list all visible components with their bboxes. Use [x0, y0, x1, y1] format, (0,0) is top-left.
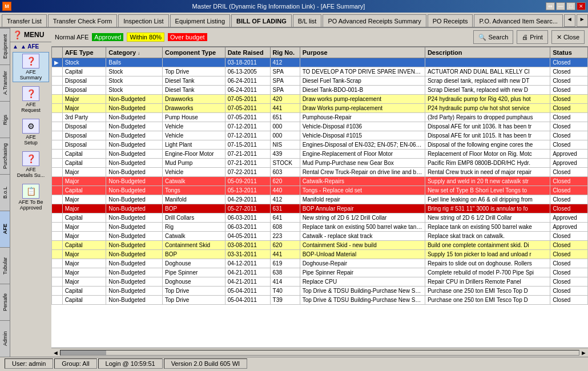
- row-purpose: Vehicle-Disposal #1036: [300, 122, 425, 131]
- table-row[interactable]: DisposalStockDiesel Tank06-24-2011SPADie…: [52, 86, 588, 95]
- row-category: Non-Budgeted: [106, 113, 163, 122]
- table-row[interactable]: CapitalNon-BudgetedMud Pump07-21-2011STO…: [52, 159, 588, 168]
- tab-po-receipts-summary[interactable]: PO Advanced Receipts Summary: [323, 14, 426, 27]
- row-rig: 651: [270, 113, 300, 122]
- table-row[interactable]: MajorNon-BudgetedDoghouse04-21-2011414Re…: [52, 277, 588, 287]
- col-date[interactable]: Date Raised: [225, 47, 270, 58]
- table-row[interactable]: MajorNon-BudgetedDrawworks07-05-2011420D…: [52, 95, 588, 104]
- window-controls[interactable]: ⇔ — □ ✕: [546, 2, 586, 10]
- vert-tab-persafe[interactable]: Persafe: [0, 284, 10, 320]
- row-afe-type: Capital: [62, 67, 106, 76]
- row-date: 06-13-2005: [225, 67, 270, 76]
- table-row[interactable]: MajorNon-BudgetedManifold04-29-2011412Ma…: [52, 195, 588, 204]
- table-row[interactable]: MajorNon-BudgetedDrawworks07-05-2011441D…: [52, 104, 588, 113]
- vert-tab-afe[interactable]: AFE: [0, 211, 10, 247]
- scroll-left-arrow[interactable]: ◄: [53, 349, 59, 356]
- table-row[interactable]: MajorNon-BudgetedDoghouse04-12-2011619Do…: [52, 259, 588, 268]
- row-category: Non-Budgeted: [106, 259, 163, 268]
- restore-button[interactable]: ⇔: [546, 2, 555, 10]
- col-afe-type[interactable]: AFE Type: [62, 47, 106, 58]
- row-desc: Disposal of the following engine cores t…: [425, 140, 550, 150]
- table-row[interactable]: MajorNon-BudgetedCatwalk04-05-2011223Cat…: [52, 232, 588, 241]
- table-row[interactable]: MajorNon-BudgetedPipe Spinner04-21-20116…: [52, 268, 588, 277]
- col-purpose[interactable]: Purpose: [300, 47, 425, 58]
- table-row[interactable]: CapitalNon-BudgetedTongs05-13-2011440Ton…: [52, 186, 588, 195]
- table-row[interactable]: CapitalNon-BudgetedTop Drive05-04-2011T4…: [52, 287, 588, 296]
- scroll-track[interactable]: [60, 350, 579, 356]
- row-date: 06-24-2011: [225, 86, 270, 95]
- legend-approved: Approved: [92, 33, 123, 41]
- row-status: Closed: [550, 287, 588, 296]
- table-row[interactable]: 3rd PartyNon-BudgetedPump House07-05-201…: [52, 113, 588, 122]
- table-row[interactable]: DisposalNon-BudgetedVehicle07-12-2011000…: [52, 131, 588, 140]
- vert-tab-atransfer[interactable]: A.Transfer: [0, 64, 10, 101]
- table-row[interactable]: DisposalNon-BudgetedLight Plant07-15-201…: [52, 140, 588, 150]
- tab-po-receipts[interactable]: PO Receipts: [428, 14, 473, 27]
- col-status[interactable]: Status: [550, 47, 588, 58]
- sidebar-afe-request[interactable]: ❓ AFERequest: [13, 84, 49, 115]
- sidebar-afe-to-be-approved[interactable]: 📋 AFE To BeApproved: [13, 182, 49, 212]
- table-row[interactable]: MajorNon-BudgetedVehicle07-22-2011603Ren…: [52, 168, 588, 177]
- sidebar-afe-setup[interactable]: ⚙ AFESetup: [13, 117, 49, 147]
- tab-scroll-left[interactable]: ◄: [564, 14, 575, 27]
- status-group: Group: All: [54, 358, 96, 369]
- table-container[interactable]: AFE Type Category ↓ Component Type Date …: [51, 47, 588, 348]
- horizontal-scrollbar[interactable]: ◄ ►: [51, 348, 588, 357]
- table-row[interactable]: MajorNon-BudgetedRig06-03-2011608Replace…: [52, 223, 588, 232]
- row-desc: Bring rig # 531 11" 3000 is annular to f…: [425, 204, 550, 213]
- row-purpose: Draw works pump-replacement: [300, 95, 425, 104]
- afe-details-icon: ❓: [22, 151, 39, 166]
- row-rig: 420: [270, 95, 300, 104]
- sidebar-afe-summary[interactable]: ❓ AFESummary: [13, 52, 49, 82]
- col-rig[interactable]: Rig No.: [270, 47, 300, 58]
- table-row[interactable]: DisposalNon-BudgetedVehicle07-12-2011000…: [52, 122, 588, 131]
- close-window-button[interactable]: ✕: [577, 2, 586, 10]
- minimize-button[interactable]: —: [556, 2, 565, 10]
- tab-po-advanced-item[interactable]: P.O. Advanced Item Searc...: [474, 14, 562, 27]
- tab-inspection-list[interactable]: Inspection List: [118, 14, 168, 27]
- tab-bl-list[interactable]: B/L list: [293, 14, 322, 27]
- row-desc: Scrap Diesel Tank, replaced with new D: [425, 86, 550, 95]
- tab-transfer-list[interactable]: Transfer List: [2, 14, 47, 27]
- vert-tab-bol[interactable]: B.o.L: [0, 174, 10, 211]
- vert-tab-rigs[interactable]: Rigs: [0, 101, 10, 138]
- table-row[interactable]: CapitalNon-BudgetedContainment Skid03-08…: [52, 241, 588, 250]
- table-row[interactable]: MajorNon-BudgetedBOP03-31-2011441BOP-Unl…: [52, 250, 588, 259]
- tab-scroll-right[interactable]: ►: [577, 14, 588, 27]
- sidebar-afe-details[interactable]: ❓ AFEDetails Su...: [13, 150, 49, 180]
- row-date: 07-05-2011: [225, 113, 270, 122]
- col-category[interactable]: Category ↓: [106, 47, 163, 58]
- table-row[interactable]: MajorNon-BudgetedBOP05-27-2011631BOP Ann…: [52, 204, 588, 213]
- row-rig: 608: [270, 223, 300, 232]
- row-purpose: Pipe Spinner Repair: [300, 268, 425, 277]
- vert-tab-admin[interactable]: Admin: [0, 320, 10, 357]
- component-label: Component Type: [165, 49, 216, 56]
- table-row[interactable]: CapitalNon-BudgetedTop Drive05-04-2011T3…: [52, 296, 588, 305]
- col-desc[interactable]: Description: [425, 47, 550, 58]
- table-row[interactable]: CapitalNon-BudgetedDrill Collars06-03-20…: [52, 213, 588, 223]
- scroll-right-arrow[interactable]: ►: [581, 349, 587, 356]
- row-category: Non-Budgeted: [106, 186, 163, 195]
- col-component[interactable]: Component Type: [163, 47, 225, 58]
- tab-bill-of-lading[interactable]: BILL OF LADING: [231, 14, 292, 27]
- search-button[interactable]: 🔍 Search: [473, 30, 513, 44]
- vert-tab-equipment[interactable]: Equipment: [0, 28, 10, 64]
- table-row[interactable]: DisposalStockDiesel Tank06-24-2011SPADie…: [52, 76, 588, 86]
- vert-tab-tubular[interactable]: Tubular: [0, 247, 10, 284]
- row-date: 05-09-2011: [225, 177, 270, 186]
- table-row[interactable]: CapitalStockTop Drive06-13-2005SPATO DEV…: [52, 67, 588, 76]
- tab-equipment-listing[interactable]: Equipment Listing: [170, 14, 230, 27]
- afe-approved-icon: 📋: [22, 184, 39, 199]
- table-row[interactable]: MajorNon-BudgetedCatwalk05-09-2011620Cat…: [52, 177, 588, 186]
- maximize-button[interactable]: □: [566, 2, 575, 10]
- close-button[interactable]: ✕ Close: [551, 30, 585, 44]
- row-purpose: Top Drive & TDSU Building-Purchase New S…: [300, 296, 425, 305]
- table-row[interactable]: CapitalNon-BudgetedEngine-Floor Motor07-…: [52, 150, 588, 159]
- table-row[interactable]: ▶StockBails03-18-2011412Closed: [52, 58, 588, 67]
- print-button[interactable]: 🖨 Print: [517, 30, 548, 44]
- vert-tab-purchasing[interactable]: Purchasing: [0, 138, 10, 174]
- user-label: User: admin: [12, 360, 46, 367]
- tab-transfer-check[interactable]: Transfer Check Form: [48, 14, 118, 27]
- afe-type-label: AFE Type: [65, 49, 94, 56]
- scroll-thumb[interactable]: [61, 350, 106, 355]
